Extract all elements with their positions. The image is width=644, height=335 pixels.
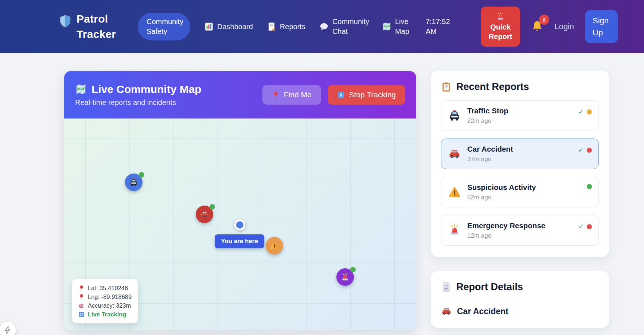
report-item-car-accident[interactable]: Car Accident 37m ago ✓ xyxy=(441,139,599,169)
login-link[interactable]: Login xyxy=(554,22,574,31)
live-tracking-label: Live Tracking xyxy=(88,311,126,318)
report-title: Emergency Response xyxy=(467,221,545,230)
report-details-heading: Report Details xyxy=(441,281,599,293)
report-time: 37m ago xyxy=(467,156,572,163)
recent-reports-heading: Recent Reports xyxy=(441,81,599,93)
pin-icon xyxy=(78,285,85,291)
brand-logo[interactable]: Patrol Tracker xyxy=(58,11,121,42)
nav-item-live-map[interactable]: Live Map xyxy=(382,17,412,36)
map-canvas[interactable]: You are here Lat: 35.410246 Lng: -89.918… xyxy=(64,118,416,330)
report-item-traffic-stop[interactable]: Traffic Stop 22m ago ✓ xyxy=(441,100,599,131)
top-navbar: Patrol Tracker Community Safety Dashboar… xyxy=(0,0,644,53)
find-me-label: Find Me xyxy=(284,90,312,99)
pause-icon xyxy=(337,91,345,99)
longitude-value: Lng: -89.918689 xyxy=(88,293,132,300)
accuracy-value: Accuracy: 323m xyxy=(88,302,131,309)
user-location-dot[interactable] xyxy=(234,219,245,230)
nav-item-label: Community Chat xyxy=(332,17,368,36)
map-subtitle: Real-time reports and incidents xyxy=(75,98,202,107)
nav-links: Community Safety Dashboard Reports Commu… xyxy=(138,13,456,40)
brand-name: Patrol Tracker xyxy=(77,11,121,42)
warning-icon xyxy=(448,186,461,199)
status-dot xyxy=(587,224,592,229)
car-icon xyxy=(448,147,461,160)
nav-item-dashboard[interactable]: Dashboard xyxy=(204,22,253,31)
report-details-card: Report Details Car Accident xyxy=(431,271,609,328)
you-are-here-tooltip: You are here xyxy=(215,234,264,248)
memo-icon xyxy=(267,22,276,31)
warning-icon xyxy=(270,241,279,250)
sidebar: Recent Reports Traffic Stop 22m ago ✓ Ca… xyxy=(431,71,609,328)
report-time: 12m ago xyxy=(467,232,572,239)
marker-status-dot xyxy=(210,204,215,210)
accuracy-row: Accuracy: 323m xyxy=(78,301,132,310)
nav-item-label: Live Map xyxy=(395,17,412,36)
find-me-button[interactable]: Find Me xyxy=(262,85,321,105)
nav-item-reports[interactable]: Reports xyxy=(267,22,305,31)
nav-item-label: Dashboard xyxy=(217,23,253,31)
report-details-item: Car Accident xyxy=(441,306,599,317)
live-map-card: Live Community Map Real-time reports and… xyxy=(64,71,416,330)
report-time: 22m ago xyxy=(467,117,572,125)
report-title: Suspicious Activity xyxy=(467,183,536,191)
target-icon xyxy=(78,303,85,309)
siren-icon xyxy=(496,12,505,21)
refresh-icon xyxy=(78,311,85,318)
nav-item-community-chat[interactable]: Community Chat xyxy=(319,17,368,36)
map-icon xyxy=(382,22,391,31)
car-icon xyxy=(441,306,452,317)
location-status-panel: Lat: 35.410246 Lng: -89.918689 Accuracy:… xyxy=(72,279,138,323)
marker-status-dot xyxy=(350,267,356,272)
live-tracking-row: Live Tracking xyxy=(78,310,132,319)
map-header-actions: Find Me Stop Tracking xyxy=(262,85,405,105)
stop-tracking-label: Stop Tracking xyxy=(349,90,396,99)
police-car-icon xyxy=(129,178,138,187)
status-dot xyxy=(587,109,592,114)
clipboard-icon xyxy=(441,82,452,92)
report-details-item-title: Car Accident xyxy=(457,307,508,316)
report-time: 52m ago xyxy=(467,194,578,201)
quick-report-label: Quick Report xyxy=(484,22,517,41)
chat-icon xyxy=(319,22,329,31)
check-icon: ✓ xyxy=(578,146,584,154)
signup-button[interactable]: Sign Up xyxy=(585,10,618,43)
stop-tracking-button[interactable]: Stop Tracking xyxy=(328,85,405,105)
car-icon xyxy=(200,210,209,219)
pin-icon xyxy=(272,91,280,99)
nav-item-label: Reports xyxy=(280,23,305,31)
latitude-row: Lat: 35.410246 xyxy=(78,284,132,292)
live-clock: 7:17:52 AM xyxy=(426,17,456,36)
recent-reports-card: Recent Reports Traffic Stop 22m ago ✓ Ca… xyxy=(431,71,609,257)
bar-chart-icon xyxy=(204,22,214,31)
notification-count-badge: 6 xyxy=(539,15,549,25)
map-title: Live Community Map xyxy=(91,83,202,96)
quick-report-button[interactable]: Quick Report xyxy=(481,7,520,47)
siren-icon xyxy=(448,224,461,237)
marker-status-dot xyxy=(139,172,144,178)
lightning-icon xyxy=(3,326,12,334)
siren-icon xyxy=(340,272,350,282)
recent-reports-title: Recent Reports xyxy=(456,81,529,93)
notifications-bell[interactable]: 6 xyxy=(531,20,543,34)
report-item-suspicious-activity[interactable]: Suspicious Activity 52m ago xyxy=(441,177,599,207)
signup-label: Sign Up xyxy=(593,15,610,39)
nav-right-cluster: Quick Report 6 Login Sign Up xyxy=(481,7,618,47)
report-details-title: Report Details xyxy=(456,281,523,293)
nav-item-community-safety[interactable]: Community Safety xyxy=(138,13,190,40)
police-car-icon xyxy=(448,109,461,122)
report-item-emergency-response[interactable]: Emergency Response 12m ago ✓ xyxy=(441,215,599,246)
status-dot xyxy=(587,148,592,153)
latitude-value: Lat: 35.410246 xyxy=(88,285,128,292)
document-icon xyxy=(441,282,452,292)
map-marker-suspicious-activity[interactable] xyxy=(266,237,283,254)
check-icon: ✓ xyxy=(578,108,584,116)
map-marker-car-accident[interactable] xyxy=(196,206,213,223)
nav-item-label: Community Safety xyxy=(147,17,182,36)
map-marker-patrol-unit[interactable] xyxy=(125,174,143,191)
map-marker-emergency-response[interactable] xyxy=(336,268,354,286)
report-title: Traffic Stop xyxy=(467,106,508,115)
map-icon xyxy=(75,83,87,95)
pin-icon xyxy=(78,294,85,300)
map-title-block: Live Community Map Real-time reports and… xyxy=(75,83,202,107)
status-dot xyxy=(587,184,592,189)
